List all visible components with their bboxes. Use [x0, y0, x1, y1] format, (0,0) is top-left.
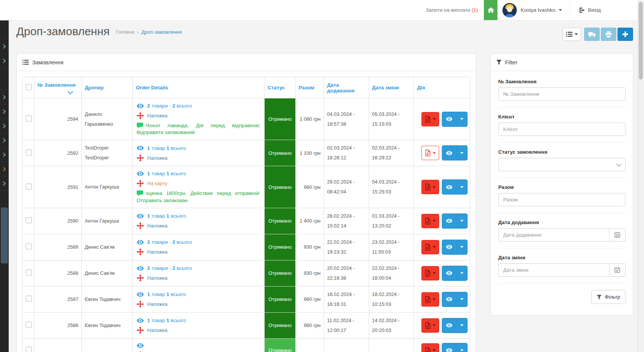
document-dropdown-button[interactable] [421, 292, 439, 307]
row-checkbox[interactable] [26, 217, 32, 223]
chevron-down-icon [433, 324, 436, 326]
order-total: 930 грн [296, 260, 324, 286]
order-items-link[interactable]: 1 товар 1 всього [137, 145, 260, 151]
document-dropdown-button[interactable] [421, 266, 439, 280]
col-header-date-modified[interactable]: Дата зміни [369, 77, 414, 98]
row-checkbox[interactable] [26, 347, 32, 352]
sidebar-item[interactable] [0, 39, 9, 54]
sidebar-item[interactable] [0, 133, 9, 148]
order-items-link[interactable] [137, 343, 260, 348]
sidebar-item[interactable] [0, 162, 9, 176]
date-added-calendar-button[interactable] [610, 228, 625, 241]
view-order-button[interactable] [442, 112, 456, 126]
filter-submit-button[interactable]: Фільтр [591, 290, 625, 304]
col-header-status[interactable]: Статус [265, 77, 296, 98]
view-dropdown-toggle[interactable] [456, 292, 467, 307]
logout-button[interactable]: Вихід [570, 0, 638, 20]
col-header-droper[interactable]: Дропер [81, 77, 133, 98]
document-dropdown-button[interactable] [421, 180, 439, 194]
view-dropdown-toggle[interactable] [456, 318, 467, 333]
view-button-group [442, 145, 468, 160]
row-checkbox[interactable] [26, 243, 32, 249]
view-order-button[interactable] [442, 180, 456, 194]
view-dropdown-toggle[interactable] [456, 214, 467, 228]
payment-method-label[interactable]: Наложка [147, 301, 167, 307]
row-checkbox[interactable] [26, 150, 32, 156]
filter-total-input[interactable] [498, 193, 625, 206]
sidebar-item[interactable] [0, 119, 9, 133]
view-order-button[interactable] [442, 266, 456, 280]
order-items-link[interactable]: 1 товар 1 всього [137, 318, 260, 323]
view-dropdown-toggle[interactable] [456, 343, 467, 352]
sidebar-item[interactable] [0, 176, 9, 191]
sidebar-item[interactable] [0, 54, 9, 68]
order-items-link[interactable]: 1 товар 1 всього [137, 291, 260, 297]
filter-order-no-input[interactable] [498, 87, 625, 101]
view-order-button[interactable] [442, 318, 456, 333]
shipping-button[interactable] [584, 28, 600, 41]
filter-status-select[interactable] [498, 158, 625, 171]
view-dropdown-toggle[interactable] [456, 266, 467, 280]
payment-method-label[interactable]: Наложка [147, 223, 167, 229]
view-order-button[interactable] [442, 214, 456, 228]
print-button[interactable] [601, 28, 616, 41]
row-checkbox[interactable] [26, 115, 32, 121]
user-avatar[interactable] [502, 3, 517, 17]
add-order-button[interactable] [617, 28, 633, 41]
view-order-button[interactable] [442, 240, 456, 254]
date-added: 16.02.2024 - 16:16:31 [324, 286, 369, 312]
vertical-scrollbar[interactable] [638, 0, 644, 352]
order-items-text: 2 товари - 2 всього [147, 265, 192, 271]
order-items-text: 1 товар 1 всього [147, 318, 186, 323]
order-items-link[interactable]: 2 товари - 2 всього [137, 265, 260, 271]
row-checkbox[interactable] [26, 184, 32, 190]
order-total [296, 338, 324, 352]
document-dropdown-button[interactable] [421, 214, 439, 228]
col-header-date-added[interactable]: Дата додавання [324, 77, 369, 98]
view-order-button[interactable] [442, 292, 456, 307]
order-items-link[interactable]: 1 товар 1 всього [137, 171, 260, 176]
payment-method-label[interactable]: Наложка [147, 327, 167, 333]
view-dropdown-toggle[interactable] [456, 240, 467, 254]
sidebar-item[interactable] [0, 148, 9, 162]
user-menu[interactable]: Kostya Ivashko [521, 7, 562, 13]
breadcrumb-current[interactable]: Дроп-замовлення [141, 29, 182, 35]
view-dropdown-toggle[interactable] [456, 180, 467, 194]
document-dropdown-button[interactable] [421, 146, 439, 160]
row-checkbox[interactable] [26, 269, 32, 276]
view-dropdown-toggle[interactable] [456, 146, 467, 160]
col-header-order-no[interactable]: № Замовлення [34, 77, 81, 98]
col-header-total[interactable]: Разом [296, 77, 324, 98]
payout-requests-link[interactable]: Запити на виплати (1) [426, 7, 478, 13]
order-items-link[interactable]: 1 товар 1 всього [137, 213, 260, 219]
payment-method-label[interactable]: Наложка [147, 155, 167, 161]
row-checkbox[interactable] [26, 322, 32, 328]
view-order-button[interactable] [442, 343, 456, 352]
row-checkbox[interactable] [26, 296, 32, 302]
payment-method-label[interactable]: Наложка [147, 249, 167, 255]
order-number: 2591 [34, 166, 81, 208]
document-dropdown-button[interactable] [421, 343, 439, 352]
filter-date-modified-input[interactable] [498, 263, 610, 277]
document-dropdown-button[interactable] [421, 318, 439, 333]
document-dropdown-button[interactable] [421, 112, 439, 126]
list-view-dropdown-button[interactable] [563, 28, 581, 41]
payment-method-label[interactable]: Наложка [147, 275, 167, 281]
document-dropdown-button[interactable] [421, 240, 439, 254]
sidebar-item[interactable] [0, 90, 9, 104]
order-items-link[interactable]: 2 товари - 2 всього [137, 103, 260, 109]
breadcrumb-home[interactable]: Головна [116, 29, 134, 35]
view-dropdown-toggle[interactable] [456, 112, 467, 126]
date-modified-calendar-button[interactable] [610, 263, 625, 277]
scrollbar-thumb[interactable] [639, 2, 643, 79]
filter-client-input[interactable] [498, 123, 625, 136]
view-order-button[interactable] [442, 146, 456, 160]
payment-method-label[interactable]: Наложка [147, 113, 167, 118]
payment-method-label[interactable]: На карту [147, 181, 167, 186]
order-items-link[interactable]: 2 товари - 2 всього [137, 239, 260, 245]
sidebar-item[interactable] [0, 104, 9, 119]
filter-date-added-input[interactable] [498, 228, 610, 241]
home-button[interactable] [484, 0, 497, 20]
date-modified: 23.02.2024 - 11:55:03 [369, 234, 414, 260]
select-all-checkbox[interactable] [26, 84, 32, 90]
